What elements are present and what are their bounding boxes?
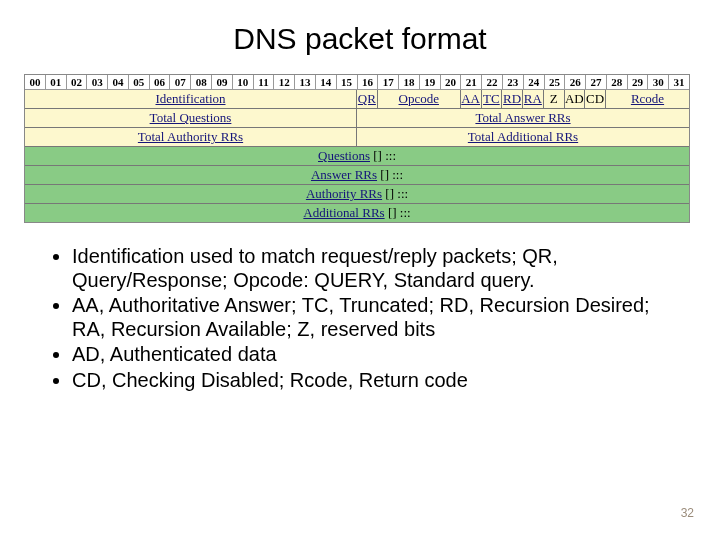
bit-cell: 26 [565, 75, 586, 90]
body-field-label: Questions [318, 148, 370, 163]
body-field-label: Answer RRs [311, 167, 377, 182]
bit-cell: 17 [378, 75, 399, 90]
bit-cell: 09 [212, 75, 233, 90]
bit-cell: 29 [628, 75, 649, 90]
field-rd: RD [502, 90, 523, 109]
body-field-row: Authority RRs [] ::: [25, 185, 689, 204]
field-ra: RA [523, 90, 544, 109]
bullet-item: AD, Authenticated data [72, 343, 672, 367]
bit-cell: 00 [25, 75, 46, 90]
bit-cell: 22 [482, 75, 503, 90]
body-field-label: Authority RRs [306, 186, 382, 201]
field-total-answer-rrs: Total Answer RRs [357, 109, 689, 128]
bit-cell: 27 [586, 75, 607, 90]
bit-cell: 18 [399, 75, 420, 90]
bit-number-row: 0001020304050607080910111213141516171819… [25, 75, 689, 90]
field-aa: AA [461, 90, 482, 109]
bullet-item: CD, Checking Disabled; Rcode, Return cod… [72, 369, 672, 393]
body-field-row: Additional RRs [] ::: [25, 204, 689, 222]
bullet-item: Identification used to match request/rep… [72, 245, 672, 292]
header-row-1: Identification QR Opcode AA TC RD RA Z A… [25, 90, 689, 109]
header-row-2: Total Questions Total Answer RRs [25, 109, 689, 128]
field-rcode: Rcode [606, 90, 689, 109]
bit-cell: 10 [233, 75, 254, 90]
bit-cell: 02 [67, 75, 88, 90]
field-total-additional-rrs: Total Additional RRs [357, 128, 689, 147]
field-opcode: Opcode [378, 90, 461, 109]
bit-cell: 16 [358, 75, 379, 90]
bit-cell: 23 [503, 75, 524, 90]
packet-format-table: 0001020304050607080910111213141516171819… [24, 74, 690, 223]
body-field-suffix: [] ::: [377, 167, 403, 182]
bit-cell: 03 [87, 75, 108, 90]
bit-cell: 14 [316, 75, 337, 90]
field-tc: TC [482, 90, 503, 109]
body-field-row: Questions [] ::: [25, 147, 689, 166]
field-z: Z [544, 90, 565, 109]
field-qr: QR [357, 90, 378, 109]
bit-cell: 28 [607, 75, 628, 90]
bit-cell: 19 [420, 75, 441, 90]
body-field-suffix: [] ::: [385, 205, 411, 220]
bit-cell: 01 [46, 75, 67, 90]
field-identification: Identification [25, 90, 357, 109]
field-ad: AD [565, 90, 586, 109]
page-title: DNS packet format [0, 0, 720, 74]
bit-cell: 25 [545, 75, 566, 90]
bit-cell: 11 [254, 75, 275, 90]
bit-cell: 08 [191, 75, 212, 90]
bit-cell: 24 [524, 75, 545, 90]
bit-cell: 31 [669, 75, 689, 90]
field-cd: CD [585, 90, 606, 109]
bit-cell: 20 [441, 75, 462, 90]
bullet-item: AA, Authoritative Answer; TC, Truncated;… [72, 294, 672, 341]
field-total-authority-rrs: Total Authority RRs [25, 128, 357, 147]
bit-cell: 15 [337, 75, 358, 90]
body-field-suffix: [] ::: [370, 148, 396, 163]
bit-cell: 13 [295, 75, 316, 90]
bit-cell: 06 [150, 75, 171, 90]
page-number: 32 [681, 506, 694, 520]
bit-cell: 12 [274, 75, 295, 90]
bit-cell: 21 [461, 75, 482, 90]
body-field-row: Answer RRs [] ::: [25, 166, 689, 185]
bit-cell: 07 [170, 75, 191, 90]
header-row-3: Total Authority RRs Total Additional RRs [25, 128, 689, 147]
field-total-questions: Total Questions [25, 109, 357, 128]
bit-cell: 30 [648, 75, 669, 90]
bullet-list: Identification used to match request/rep… [48, 245, 672, 393]
body-field-label: Additional RRs [303, 205, 384, 220]
bit-cell: 04 [108, 75, 129, 90]
body-field-suffix: [] ::: [382, 186, 408, 201]
bit-cell: 05 [129, 75, 150, 90]
